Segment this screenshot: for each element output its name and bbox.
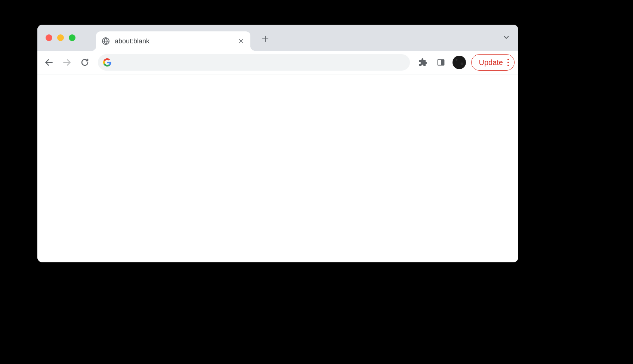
extensions-button[interactable] — [415, 55, 431, 70]
tab-search-button[interactable] — [500, 31, 513, 44]
tab-bar: about:blank — [37, 25, 518, 51]
chrome-menu-icon — [507, 59, 509, 66]
address-bar[interactable] — [98, 54, 410, 71]
forward-button[interactable] — [59, 55, 75, 70]
side-panel-button[interactable] — [433, 55, 449, 70]
update-button[interactable]: Update — [471, 54, 515, 71]
back-button[interactable] — [41, 55, 57, 70]
address-input[interactable] — [116, 59, 405, 67]
window-maximize-button[interactable] — [69, 34, 75, 41]
page-viewport — [37, 74, 518, 262]
globe-icon — [101, 37, 110, 46]
profile-avatar-button[interactable] — [453, 56, 466, 69]
svg-rect-2 — [441, 60, 444, 65]
browser-window: about:blank — [37, 25, 518, 262]
toolbar: Update — [37, 51, 518, 74]
window-controls — [46, 34, 75, 41]
window-close-button[interactable] — [46, 34, 52, 41]
tab-close-button[interactable] — [237, 37, 245, 45]
update-label: Update — [479, 58, 503, 67]
browser-tab[interactable]: about:blank — [96, 31, 250, 51]
new-tab-button[interactable] — [259, 32, 272, 46]
reload-button[interactable] — [77, 55, 93, 70]
tab-title: about:blank — [115, 37, 232, 45]
window-minimize-button[interactable] — [57, 34, 64, 41]
google-g-icon — [103, 58, 111, 67]
